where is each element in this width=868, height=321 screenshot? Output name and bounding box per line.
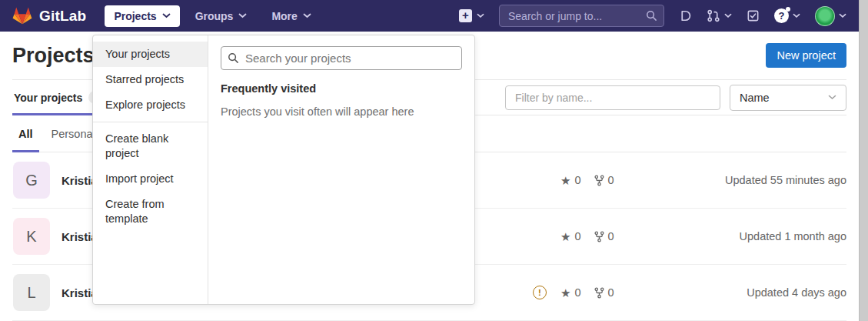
nav-groups[interactable]: Groups (186, 5, 257, 27)
star-count-value: 0 (574, 174, 580, 186)
frequently-visited-empty-message: Projects you visit often will appear her… (221, 105, 462, 118)
sort-select[interactable]: Name (730, 85, 846, 111)
issues-icon (679, 9, 692, 22)
projects-dropdown-panel: Frequently visited Projects you visit of… (208, 35, 474, 304)
tab-all-label: All (18, 128, 33, 140)
issues-button[interactable] (679, 9, 692, 22)
project-stats: ★ 0 0 (560, 174, 614, 186)
nav-more-label: More (271, 10, 297, 22)
nav-projects-label: Projects (114, 10, 156, 22)
new-project-button[interactable]: New project (766, 43, 846, 68)
user-menu-button[interactable] (815, 6, 846, 26)
chevron-down-icon (793, 13, 800, 18)
projects-dropdown-menu: Your projects Starred projects Explore p… (93, 35, 208, 304)
chevron-down-icon (238, 13, 247, 18)
star-count-value: 0 (574, 230, 580, 242)
tab-all[interactable]: All (12, 115, 39, 152)
search-icon (646, 10, 657, 22)
sort-select-value: Name (740, 92, 770, 104)
menu-item-create-from-template[interactable]: Create from template (93, 192, 208, 232)
project-avatar: L (13, 274, 50, 311)
nav-groups-label: Groups (195, 10, 234, 22)
chevron-down-icon (839, 13, 846, 18)
merge-requests-button[interactable] (707, 9, 732, 22)
chevron-down-icon (162, 13, 171, 18)
brand-name: GitLab (39, 8, 86, 25)
help-menu-button[interactable]: ? (774, 8, 800, 23)
project-stats: ★ 0 0 (560, 230, 614, 242)
projects-dropdown: Your projects Starred projects Explore p… (92, 35, 475, 305)
menu-item-create-blank-project[interactable]: Create blank project (93, 126, 208, 166)
gitlab-logo[interactable]: GitLab (12, 6, 86, 25)
nav-projects[interactable]: Projects (105, 5, 179, 27)
fork-count-value: 0 (608, 174, 614, 186)
fork-count-value: 0 (608, 286, 614, 299)
top-navbar: GitLab Projects Groups More + (0, 0, 859, 32)
tab-your-projects-label: Your projects (14, 92, 82, 104)
chevron-down-icon (303, 13, 311, 18)
filter-by-name-input[interactable] (505, 85, 720, 110)
notification-dot (786, 7, 790, 12)
tab-personal-label: Personal (52, 128, 95, 140)
warning-icon: ! (533, 286, 547, 299)
project-avatar: K (13, 218, 50, 255)
dropdown-search[interactable] (221, 46, 462, 70)
project-avatar: G (13, 162, 50, 199)
plus-icon: + (459, 9, 472, 22)
chevron-down-icon (724, 13, 732, 18)
star-count[interactable]: ★ 0 (560, 286, 581, 299)
todos-button[interactable] (747, 9, 760, 22)
nav-more[interactable]: More (262, 5, 320, 27)
menu-item-explore-projects[interactable]: Explore projects (93, 92, 208, 118)
chevron-down-icon (477, 13, 484, 18)
star-icon: ★ (560, 231, 570, 242)
user-avatar (815, 6, 835, 26)
frequently-visited-title: Frequently visited (221, 82, 462, 95)
search-icon (228, 52, 239, 64)
updated-timestamp: Updated 4 days ago (747, 286, 846, 299)
page-scrollbar[interactable] (859, 0, 868, 321)
project-stats: ★ 0 0 (560, 286, 614, 299)
fork-icon (594, 287, 604, 299)
global-search-input[interactable] (499, 5, 664, 27)
updated-timestamp: Updated 55 minutes ago (725, 174, 846, 186)
star-icon: ★ (560, 287, 570, 299)
star-icon: ★ (560, 175, 570, 186)
star-count[interactable]: ★ 0 (560, 230, 581, 242)
star-count-value: 0 (574, 286, 580, 299)
global-search[interactable] (499, 5, 664, 27)
menu-item-import-project[interactable]: Import project (93, 166, 208, 192)
fork-icon (594, 175, 604, 186)
fork-icon (594, 231, 604, 242)
fork-count[interactable]: 0 (594, 230, 614, 242)
fork-count[interactable]: 0 (594, 174, 614, 186)
menu-divider (93, 122, 208, 122)
tanuki-icon (12, 6, 32, 25)
updated-timestamp: Updated 1 month ago (740, 230, 846, 242)
chevron-down-icon (828, 95, 836, 100)
menu-item-your-projects[interactable]: Your projects (93, 42, 208, 67)
fork-count[interactable]: 0 (594, 286, 614, 299)
dropdown-search-input[interactable] (221, 46, 462, 70)
page-title: Projects (12, 44, 95, 68)
todo-check-icon (747, 9, 760, 22)
menu-item-starred-projects[interactable]: Starred projects (93, 67, 208, 92)
new-menu-button[interactable]: + (459, 9, 484, 22)
merge-request-icon (707, 9, 720, 22)
star-count[interactable]: ★ 0 (560, 174, 581, 186)
fork-count-value: 0 (608, 230, 614, 242)
